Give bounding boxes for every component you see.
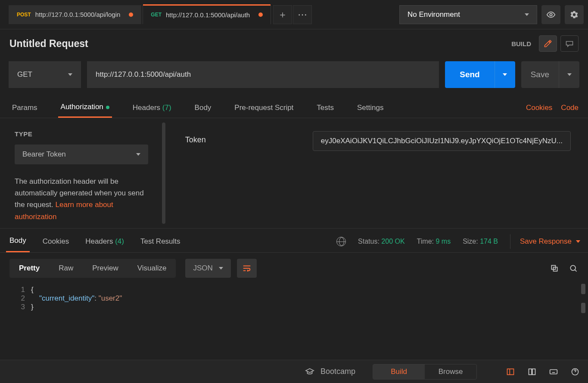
save-options-button[interactable]	[559, 61, 579, 88]
method-badge-get: GET	[151, 12, 162, 18]
chevron-down-icon	[136, 153, 140, 156]
http-method-select[interactable]: GET	[9, 61, 81, 88]
mode-label: BUILD	[511, 40, 531, 47]
tab-url: http://127.0.0.1:5000/api/auth	[166, 11, 250, 19]
svg-rect-7	[532, 369, 535, 374]
chevron-down-icon	[567, 73, 572, 76]
save-button[interactable]: Save	[521, 61, 559, 88]
scrollbar-thumb[interactable]	[581, 303, 585, 313]
svg-point-3	[570, 265, 576, 270]
request-tabs: Params Authorization Headers (7) Body Pr…	[0, 94, 588, 118]
tab-params[interactable]: Params	[9, 98, 40, 117]
auth-type-panel: TYPE Bearer Token The authorization head…	[0, 118, 168, 228]
top-bar-right: No Environment	[399, 5, 588, 24]
format-tabs: Pretty Raw Preview Visualize	[9, 259, 176, 278]
environment-quicklook-button[interactable]	[541, 5, 560, 24]
comment-mode-button[interactable]	[560, 35, 579, 52]
tab-strip: POST http://127.0.0.1:5000/api/login GET…	[9, 5, 312, 24]
tab-url: http://127.0.0.1:5000/api/login	[35, 11, 121, 18]
copy-icon[interactable]	[549, 263, 560, 273]
tab-overflow-button[interactable]: ⋯	[293, 5, 312, 24]
send-button[interactable]: Send	[445, 61, 494, 88]
http-method-value: GET	[17, 70, 32, 79]
chevron-down-icon	[525, 13, 529, 16]
tab-prerequest[interactable]: Pre-request Script	[232, 98, 296, 117]
mode-browse-button[interactable]: Browse	[425, 364, 476, 379]
save-response-button[interactable]: Save Response	[510, 234, 580, 249]
tab-auth[interactable]: GET http://127.0.0.1:5000/api/auth	[143, 5, 271, 24]
code-link[interactable]: Code	[561, 104, 579, 112]
top-bar: POST http://127.0.0.1:5000/api/login GET…	[0, 0, 588, 29]
format-raw[interactable]: Raw	[49, 259, 83, 278]
mode-build-button[interactable]: Build	[373, 364, 425, 379]
authorization-panel: TYPE Bearer Token The authorization head…	[0, 118, 588, 229]
save-button-group: Save	[521, 61, 579, 88]
footer-icons	[505, 367, 580, 377]
keyboard-icon[interactable]	[548, 367, 559, 377]
new-tab-button[interactable]: ＋	[273, 5, 292, 24]
dirty-dot-icon	[258, 13, 263, 17]
resp-tab-headers[interactable]: Headers (4)	[82, 231, 128, 252]
auth-description: The authorization header will be automat…	[15, 176, 148, 223]
network-icon[interactable]	[336, 237, 346, 246]
environment-select[interactable]: No Environment	[399, 5, 537, 24]
request-title: Untitled Request	[9, 38, 88, 50]
title-row: Untitled Request BUILD	[0, 29, 588, 55]
response-meta: Status: 200 OK Time: 9 ms Size: 174 B Sa…	[336, 234, 580, 249]
status-value: 200 OK	[381, 238, 404, 245]
dirty-dot-icon	[129, 13, 133, 17]
language-select[interactable]: JSON	[185, 259, 230, 278]
send-button-group: Send	[445, 61, 515, 88]
send-options-button[interactable]	[495, 61, 515, 88]
chevron-down-icon	[576, 240, 580, 243]
search-icon[interactable]	[568, 263, 579, 273]
active-dot-icon	[106, 106, 109, 109]
time-value: 9 ms	[436, 238, 451, 245]
response-format-row: Pretty Raw Preview Visualize JSON	[0, 253, 588, 284]
line-number: 3	[15, 303, 31, 311]
edit-mode-button[interactable]	[539, 35, 557, 52]
split-pane-icon[interactable]	[527, 367, 537, 377]
tab-login[interactable]: POST http://127.0.0.1:5000/api/login	[9, 5, 141, 24]
wrap-lines-button[interactable]	[237, 259, 257, 278]
mode-toggle: Build Browse	[373, 364, 477, 380]
footer-bar: Bootcamp Build Browse	[0, 360, 588, 383]
method-badge-post: POST	[17, 12, 31, 18]
cookies-link[interactable]: Cookies	[526, 104, 552, 112]
request-url-row: GET http://127.0.0.1:5000/api/auth Send …	[0, 55, 588, 94]
scrollbar-thumb[interactable]	[581, 284, 585, 294]
tab-settings[interactable]: Settings	[355, 98, 386, 117]
resp-tab-cookies[interactable]: Cookies	[39, 231, 72, 252]
tab-authorization[interactable]: Authorization	[58, 97, 112, 118]
environment-label: No Environment	[408, 10, 460, 19]
svg-rect-8	[550, 370, 557, 374]
resp-tab-testresults[interactable]: Test Results	[137, 231, 184, 252]
format-preview[interactable]: Preview	[83, 259, 128, 278]
tab-tests[interactable]: Tests	[314, 98, 336, 117]
token-input[interactable]: eyJ0eXAiOiJKV1QiLCJhbGciOiJIUzI1NiJ9.eyJ…	[313, 131, 571, 151]
response-body[interactable]: 1{ 2 "current_identity": "user2" 3}	[0, 284, 588, 311]
settings-button[interactable]	[565, 5, 584, 24]
auth-type-select[interactable]: Bearer Token	[15, 144, 148, 164]
size-value: 174 B	[480, 238, 498, 245]
svg-point-0	[550, 13, 552, 16]
chevron-down-icon	[219, 267, 223, 270]
line-number: 2	[15, 294, 31, 303]
svg-rect-6	[529, 369, 532, 374]
chevron-down-icon	[68, 73, 72, 76]
token-label: Token	[185, 131, 313, 215]
resp-tab-body[interactable]: Body	[6, 230, 30, 252]
format-pretty[interactable]: Pretty	[9, 259, 49, 278]
tab-body[interactable]: Body	[192, 98, 214, 117]
two-pane-icon[interactable]	[505, 367, 516, 377]
format-visualize[interactable]: Visualize	[128, 259, 176, 278]
response-tabs: Body Cookies Headers (4) Test Results St…	[0, 229, 588, 253]
bootcamp-button[interactable]: Bootcamp	[305, 367, 355, 377]
tab-headers[interactable]: Headers (7)	[130, 98, 174, 117]
chevron-down-icon	[503, 73, 507, 76]
line-number: 1	[15, 286, 31, 294]
help-icon[interactable]	[570, 367, 580, 377]
url-input[interactable]: http://127.0.0.1:5000/api/auth	[87, 61, 439, 88]
auth-fields-panel: Token eyJ0eXAiOiJKV1QiLCJhbGciOiJIUzI1Ni…	[168, 118, 588, 228]
auth-type-label: TYPE	[15, 130, 153, 138]
